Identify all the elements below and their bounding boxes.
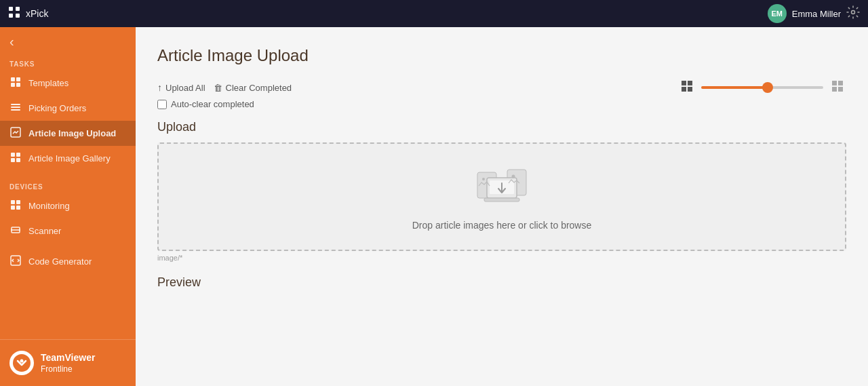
sidebar-item-code-generator[interactable]: Code Generator [0,249,136,274]
svg-rect-16 [16,158,20,162]
upload-all-button[interactable]: ↑ Upload All [157,79,214,96]
svg-rect-0 [9,7,13,11]
accept-text: image/* [157,254,846,262]
svg-rect-29 [688,87,692,92]
back-icon[interactable]: ‹ [9,34,14,49]
code-generator-label: Code Generator [28,256,92,267]
article-image-gallery-label: Article Image Gallery [28,153,111,163]
svg-rect-32 [832,87,837,92]
dropzone[interactable]: Drop article images here or click to bro… [157,142,846,251]
sidebar: ‹ TASKS Templates Picking Orders [0,27,136,386]
clear-completed-button[interactable]: 🗑 Clear Completed [214,80,300,96]
autoclear-checkbox[interactable] [157,100,167,109]
main-layout: ‹ TASKS Templates Picking Orders [0,27,868,386]
grid-icon [8,6,20,21]
svg-point-4 [852,10,855,14]
article-image-upload-label: Article Image Upload [28,128,116,138]
sidebar-item-picking-orders[interactable]: Picking Orders [0,96,136,121]
svg-rect-20 [16,206,20,210]
scanner-label: Scanner [28,226,61,236]
picking-orders-icon [9,102,22,115]
svg-rect-10 [11,107,20,108]
upload-icon: ↑ [157,82,162,93]
svg-rect-9 [11,104,20,105]
trash-icon: 🗑 [214,83,222,93]
sidebar-item-article-image-gallery[interactable]: Article Image Gallery [0,146,136,171]
svg-rect-33 [838,87,843,92]
svg-rect-28 [682,87,686,92]
tasks-label: TASKS [0,56,136,71]
content-area: Article Image Upload ↑ Upload All 🗑 Clea… [136,27,868,386]
topbar-left: xPick [8,6,48,21]
svg-rect-19 [11,206,15,210]
svg-rect-26 [682,81,686,85]
sidebar-item-article-image-upload[interactable]: Article Image Upload [0,121,136,146]
svg-rect-18 [16,200,20,204]
svg-point-41 [482,178,485,180]
page-title: Article Image Upload [157,46,846,65]
svg-rect-27 [688,81,692,85]
svg-rect-7 [11,83,15,87]
grid-large-view-button[interactable] [829,79,846,96]
svg-point-40 [512,175,515,178]
sidebar-item-templates[interactable]: Templates [0,71,136,96]
svg-point-25 [20,360,24,363]
toolbar: ↑ Upload All 🗑 Clear Completed [157,79,846,96]
svg-rect-3 [16,14,20,18]
topbar-right: EM Emma Miller [768,4,860,23]
topbar: xPick EM Emma Miller [0,0,868,27]
upload-all-label: Upload All [165,83,205,93]
sidebar-footer-text: TeamViewer Frontline [41,351,95,374]
zoom-slider-wrap[interactable] [701,86,823,89]
sidebar-footer: TeamViewer Frontline [0,339,136,386]
app-title: xPick [26,8,48,19]
svg-rect-31 [838,81,843,85]
svg-rect-2 [9,14,13,18]
monitoring-icon [9,199,22,212]
upload-section-title: Upload [157,120,846,134]
settings-icon[interactable] [846,5,860,22]
zoom-slider[interactable] [701,86,823,89]
picking-orders-label: Picking Orders [28,103,86,113]
grid-small-view-button[interactable] [678,79,696,96]
svg-rect-8 [16,83,20,87]
user-name: Emma Miller [792,9,841,19]
templates-icon [9,77,22,90]
brand-main: TeamViewer [41,352,95,363]
sidebar-item-scanner[interactable]: Scanner [0,218,136,244]
svg-rect-17 [11,200,15,204]
svg-point-24 [13,354,31,372]
autoclear-row: Auto-clear completed [157,99,846,109]
svg-rect-14 [16,153,20,157]
brand-sub: Frontline [41,364,95,375]
dropzone-text: Drop article images here or click to bro… [412,220,592,231]
clear-completed-label: Clear Completed [226,83,292,93]
toolbar-right [678,79,846,96]
svg-rect-6 [16,77,20,81]
article-image-gallery-icon [9,152,22,165]
code-generator-icon [9,255,22,268]
templates-label: Templates [28,78,68,88]
svg-rect-1 [16,7,20,11]
svg-rect-11 [11,109,20,111]
article-image-upload-icon [9,127,22,140]
svg-rect-5 [11,77,15,81]
svg-rect-38 [484,198,519,201]
svg-rect-13 [11,153,15,157]
teamviewer-logo [9,351,34,375]
preview-section-title: Preview [157,275,846,290]
devices-label: DEVICES [0,179,136,193]
avatar: EM [768,4,787,23]
autoclear-label: Auto-clear completed [171,99,254,109]
sidebar-back[interactable]: ‹ [0,27,136,56]
svg-rect-15 [11,158,15,162]
svg-rect-30 [832,81,837,85]
scanner-icon [9,225,22,237]
monitoring-label: Monitoring [28,201,70,211]
sidebar-item-monitoring[interactable]: Monitoring [0,193,136,218]
dropzone-icon [475,163,529,213]
